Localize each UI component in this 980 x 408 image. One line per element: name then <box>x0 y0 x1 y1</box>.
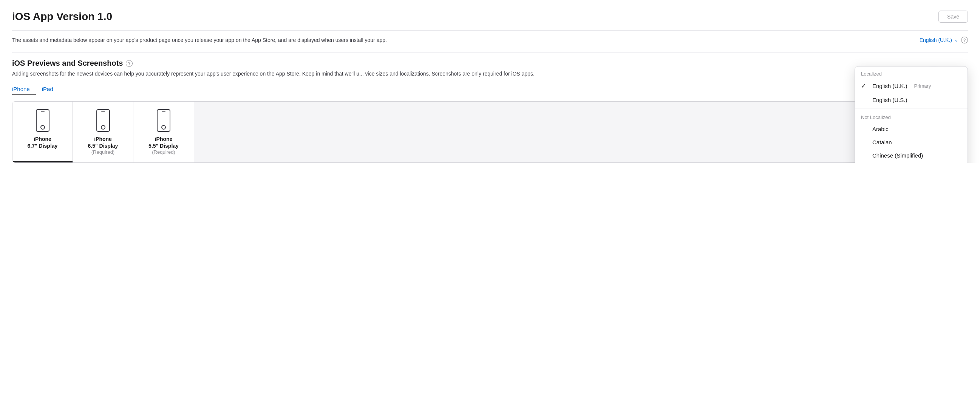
language-label: English (U.K.) <box>920 37 952 43</box>
device-subtitle-55: (Required) <box>152 149 175 155</box>
page-title: iOS App Version 1.0 <box>12 11 112 23</box>
not-localized-section-label: Not Localized <box>855 110 967 122</box>
section-divider <box>12 52 968 53</box>
save-button[interactable]: Save <box>939 11 968 23</box>
phone-icon-67 <box>36 109 49 132</box>
device-tabs: iPhone iPad <box>12 83 968 95</box>
phone-icon-55 <box>157 109 170 132</box>
device-panel-67[interactable]: iPhone 6.7" Display <box>13 102 73 162</box>
dropdown-item-chinese-traditional[interactable]: Chinese (Traditional) <box>855 162 967 163</box>
dropdown-item-english-us[interactable]: English (U.S.) <box>855 93 967 106</box>
language-arabic: Arabic <box>872 126 889 132</box>
phone-icon-65 <box>96 109 110 132</box>
check-placeholder <box>861 96 869 103</box>
header-divider <box>12 30 968 30</box>
language-dropdown: Localized ✓ English (U.K.) Primary Engli… <box>854 66 968 163</box>
tab-ipad[interactable]: iPad <box>42 83 59 95</box>
page-container: iOS App Version 1.0 Save The assets and … <box>0 0 980 163</box>
device-panel-55[interactable]: iPhone 5.5" Display (Required) <box>134 102 194 162</box>
language-english-us: English (U.S.) <box>872 97 907 103</box>
section-description: Adding screenshots for the newest device… <box>12 71 681 77</box>
section-title: iOS Previews and Screenshots ? <box>12 59 968 68</box>
language-help-icon[interactable]: ? <box>961 37 968 43</box>
device-subtitle-65: (Required) <box>91 149 115 155</box>
language-selector[interactable]: English (U.K.) ⌄ <box>920 37 958 43</box>
device-panel-65[interactable]: iPhone 6.5" Display (Required) <box>73 102 134 162</box>
dropdown-item-chinese-simplified[interactable]: Chinese (Simplified) <box>855 149 967 162</box>
device-panels: iPhone 6.7" Display iPhone 6.5" Display … <box>12 101 968 163</box>
dropdown-arrow <box>930 66 937 67</box>
dropdown-item-catalan[interactable]: Catalan <box>855 136 967 149</box>
section-help-icon[interactable]: ? <box>126 60 133 67</box>
device-name-67: iPhone 6.7" Display <box>27 136 58 149</box>
language-catalan: Catalan <box>872 139 892 146</box>
device-name-55: iPhone 5.5" Display <box>148 136 179 149</box>
dropdown-item-arabic[interactable]: Arabic <box>855 122 967 136</box>
description-text: The assets and metadata below appear on … <box>12 37 913 43</box>
chevron-down-icon: ⌄ <box>954 37 958 43</box>
primary-badge: Primary <box>914 83 931 89</box>
page-header: iOS App Version 1.0 Save <box>12 11 968 23</box>
dropdown-item-english-uk[interactable]: ✓ English (U.K.) Primary <box>855 79 967 93</box>
check-icon: ✓ <box>861 83 869 89</box>
device-name-65: iPhone 6.5" Display <box>88 136 118 149</box>
language-english-uk: English (U.K.) <box>872 83 907 89</box>
tab-iphone[interactable]: iPhone <box>12 83 36 95</box>
language-chinese-simplified: Chinese (Simplified) <box>872 152 923 159</box>
localized-section-label: Localized <box>855 67 967 79</box>
description-bar: The assets and metadata below appear on … <box>12 37 968 43</box>
dropdown-divider <box>855 108 967 108</box>
